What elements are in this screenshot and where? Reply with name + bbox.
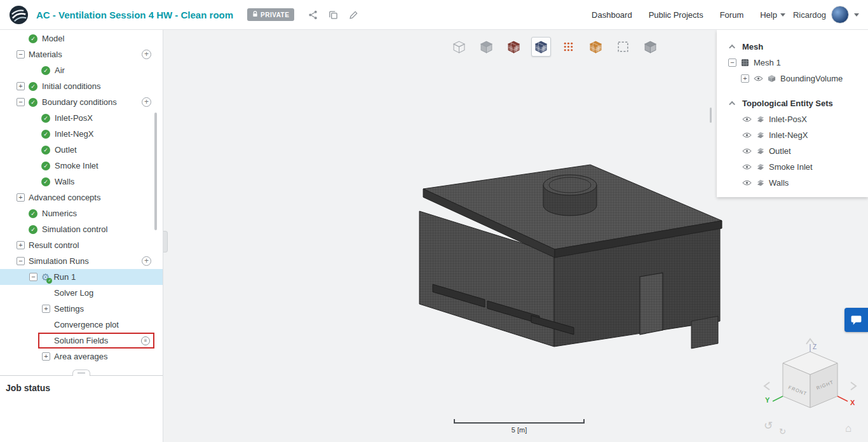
tree-item-simulation-runs[interactable]: −Simulation Runs+ <box>0 253 163 269</box>
topo-section-title: Topological Entity Sets <box>742 99 833 108</box>
eye-icon[interactable] <box>742 116 752 122</box>
toolbar-surface-mesh-view-icon[interactable] <box>531 37 551 57</box>
tree-item-label: Boundary conditions <box>42 97 117 107</box>
topo-item-inlet-posx[interactable]: Inlet-PosX <box>717 111 868 127</box>
rotate-left-arrow-icon[interactable] <box>764 382 770 390</box>
rotate-right-arrow-icon[interactable] <box>851 382 856 390</box>
eye-icon[interactable] <box>754 76 763 81</box>
tree-item-solver-log[interactable]: Solver Log <box>0 285 163 301</box>
expand-icon[interactable]: + <box>17 193 25 202</box>
duplicate-icon[interactable] <box>327 9 339 20</box>
tree-item-run-1[interactable]: −⚙✓Run 1 <box>0 269 163 285</box>
collapse-icon[interactable]: − <box>17 50 25 59</box>
tree-item-label: Initial conditions <box>42 81 101 91</box>
tree-item-result-control[interactable]: +Result control <box>0 237 163 253</box>
rotate-cw-icon[interactable]: ↻ <box>779 427 786 436</box>
panel-collapse-handle[interactable] <box>72 369 90 376</box>
toolbar-solid-view-icon[interactable] <box>477 37 496 57</box>
nav-public-projects[interactable]: Public Projects <box>649 10 703 20</box>
tree-item-area-averages[interactable]: +Area averages <box>0 349 163 364</box>
tree-item-air[interactable]: ✓Air <box>0 62 163 78</box>
mesh-model-3d[interactable] <box>407 151 737 386</box>
expander-spacer <box>29 114 37 122</box>
tree-item-outlet[interactable]: ✓Outlet <box>0 142 163 158</box>
panel-resize-handle[interactable] <box>163 231 168 252</box>
topo-item-walls[interactable]: Walls <box>717 175 868 191</box>
sidebar-scrollbar-thumb[interactable] <box>154 113 157 230</box>
topo-item-label: Inlet-NegX <box>769 130 808 140</box>
collapse-icon[interactable]: − <box>17 98 25 106</box>
collapse-icon[interactable]: − <box>17 257 25 265</box>
tree-item-inlet-negx[interactable]: ✓Inlet-NegX <box>0 126 163 142</box>
eye-icon[interactable] <box>742 164 752 170</box>
toolbar-mesh-quality-view-icon[interactable] <box>586 37 606 57</box>
tree-item-walls[interactable]: ✓Walls <box>0 174 163 190</box>
check-circle-icon: ✓ <box>41 114 50 123</box>
tree-item-boundary-conditions[interactable]: −✓Boundary conditions+ <box>0 94 163 110</box>
tree-item-label: Result control <box>29 240 79 250</box>
simscale-logo[interactable] <box>9 5 29 25</box>
tree-item-simulation-control[interactable]: ✓Simulation control <box>0 221 163 237</box>
mesh-tree-item-boundingvolume[interactable]: +BoundingVolume <box>717 71 868 86</box>
expand-icon[interactable]: + <box>741 74 749 83</box>
private-badge-label: PRIVATE <box>261 11 289 18</box>
eye-icon[interactable] <box>742 180 752 186</box>
toolbar-volume-mesh-view-icon[interactable] <box>504 37 524 57</box>
expand-icon[interactable]: + <box>42 352 50 361</box>
expander-spacer <box>17 209 25 218</box>
mesh-section-header[interactable]: Mesh <box>717 38 868 55</box>
tree-item-initial-conditions[interactable]: +✓Initial conditions <box>0 78 163 94</box>
nav-item-label: Dashboard <box>592 10 632 20</box>
rotate-ccw-icon[interactable]: ↺ <box>764 420 773 432</box>
add-button[interactable]: + <box>142 50 151 59</box>
share-icon[interactable] <box>307 9 318 20</box>
tree-item-numerics[interactable]: ✓Numerics <box>0 205 163 221</box>
tree-item-convergence-plot[interactable]: Convergence plot <box>0 317 163 333</box>
expand-icon[interactable]: + <box>17 241 25 249</box>
tree-item-smoke-inlet[interactable]: ✓Smoke Inlet <box>0 158 163 174</box>
nav-forum[interactable]: Forum <box>720 10 744 20</box>
right-panel-scrollbar-thumb[interactable] <box>710 107 712 123</box>
chat-button[interactable] <box>844 308 868 332</box>
expander-spacer <box>29 162 37 170</box>
navigation-cube[interactable]: FRONT RIGHT Z Y X ↺ ↻ ⌂ <box>756 334 864 441</box>
tree-item-model[interactable]: ✓Model <box>0 31 163 46</box>
tree-item-advanced-concepts[interactable]: +Advanced concepts <box>0 190 163 205</box>
expand-icon[interactable]: + <box>42 305 50 313</box>
mesh-tree-item-mesh-1[interactable]: −Mesh 1 <box>717 55 868 71</box>
eye-icon[interactable] <box>742 132 752 138</box>
mesh-section-title: Mesh <box>742 42 763 52</box>
home-view-icon[interactable]: ⌂ <box>845 422 851 434</box>
check-circle-icon: ✓ <box>41 66 50 75</box>
topo-item-outlet[interactable]: Outlet <box>717 143 868 159</box>
header-nav: DashboardPublic ProjectsForumHelp <box>592 10 785 20</box>
nav-dashboard[interactable]: Dashboard <box>592 10 632 20</box>
collapse-icon[interactable]: − <box>29 273 37 281</box>
eye-icon[interactable] <box>742 148 752 154</box>
topo-section-header[interactable]: Topological Entity Sets <box>717 95 868 111</box>
toolbar-mesh-points-view-icon[interactable] <box>559 37 578 57</box>
toolbar-mesh-clip-icon[interactable] <box>641 37 660 57</box>
nav-help[interactable]: Help <box>760 10 785 20</box>
expand-icon[interactable]: + <box>17 82 25 90</box>
topo-item-inlet-negx[interactable]: Inlet-NegX <box>717 127 868 143</box>
topo-item-smoke-inlet[interactable]: Smoke Inlet <box>717 159 868 175</box>
chevron-down-icon <box>780 13 785 17</box>
context-menu-button[interactable]: ≡ <box>141 336 150 345</box>
toolbar-geometry-view-icon[interactable] <box>449 37 469 57</box>
edit-icon[interactable] <box>348 9 359 20</box>
tree-item-solution-fields[interactable]: Solution Fields≡ <box>0 333 163 349</box>
tree-item-materials[interactable]: −Materials+ <box>0 46 163 62</box>
avatar[interactable] <box>831 6 849 24</box>
tree-item-settings[interactable]: +Settings <box>0 301 163 317</box>
tree-item-inlet-posx[interactable]: ✓Inlet-PosX <box>0 110 163 126</box>
tree-item-label: Smoke Inlet <box>55 161 98 170</box>
tree-item-label: Simulation control <box>42 224 107 234</box>
check-circle-icon: ✓ <box>41 162 50 170</box>
add-button[interactable]: + <box>142 97 151 107</box>
collapse-icon[interactable]: − <box>728 59 736 67</box>
user-menu[interactable]: Ricardog <box>793 6 859 24</box>
nav-item-label: Public Projects <box>649 10 703 20</box>
add-button[interactable]: + <box>142 256 151 266</box>
toolbar-box-select-icon[interactable] <box>613 37 633 57</box>
